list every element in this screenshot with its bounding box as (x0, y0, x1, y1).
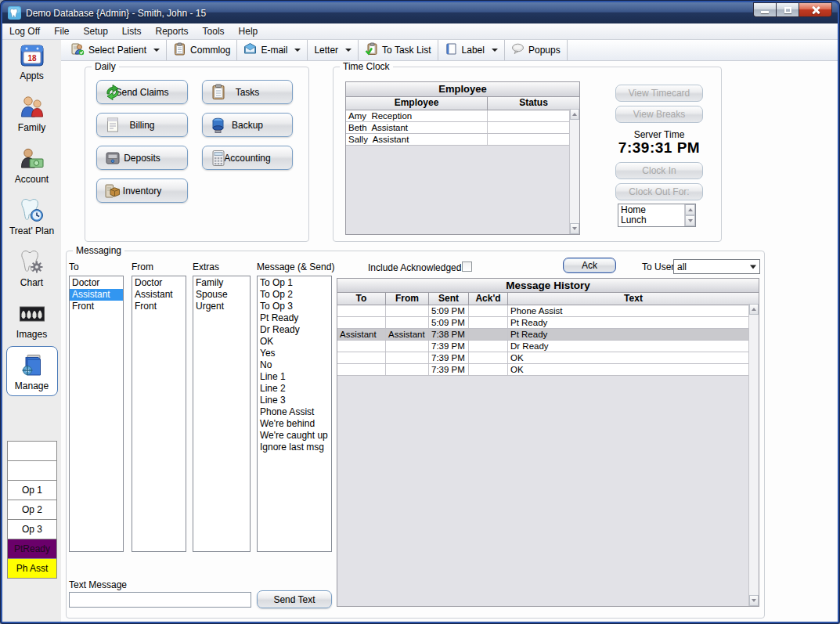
history-col-ackd[interactable]: Ack'd (469, 293, 508, 305)
to-option-doctor[interactable]: Doctor (70, 277, 123, 289)
message-option-to-op-1[interactable]: To Op 1 (258, 277, 331, 289)
to-option-front[interactable]: Front (70, 301, 123, 312)
history-row[interactable]: AssistantAssistant7:38 PMPt Ready (337, 329, 759, 341)
message-option-pt-ready[interactable]: Pt Ready (258, 312, 331, 324)
history-row[interactable]: 7:39 PMOK (337, 352, 759, 364)
to-option-assistant[interactable]: Assistant (70, 289, 123, 301)
deposits-button[interactable]: Deposits (96, 146, 188, 170)
extras-option-urgent[interactable]: Urgent (193, 301, 250, 312)
history-row[interactable]: 7:39 PMOK (337, 364, 759, 376)
extras-option-spouse[interactable]: Spouse (193, 289, 250, 301)
backup-button[interactable]: Backup (202, 113, 293, 137)
minimize-button[interactable] (753, 2, 776, 17)
text-message-input[interactable] (69, 592, 251, 608)
extras-option-family[interactable]: Family (193, 277, 250, 289)
toolbar-to-task-list-button[interactable]: To Task List (359, 40, 437, 60)
toolbar-popups-button[interactable]: Popups (505, 40, 567, 60)
sidebar-module-appts[interactable]: 18Appts (2, 42, 61, 81)
inventory-button[interactable]: Inventory (96, 179, 188, 203)
chevron-down-icon[interactable] (153, 49, 160, 52)
menu-item-help[interactable]: Help (232, 24, 265, 38)
menu-item-log-off[interactable]: Log Off (2, 24, 47, 38)
message-option-dr-ready[interactable]: Dr Ready (258, 324, 331, 336)
chevron-down-icon[interactable] (345, 49, 352, 52)
scroll-down-icon[interactable] (685, 215, 695, 226)
sidebar-module-treat-plan[interactable]: Treat' Plan (2, 197, 61, 236)
status-column-header[interactable]: Status (488, 97, 579, 110)
toolbar-commlog-button[interactable]: Commlog (167, 40, 236, 60)
toolbar-letter-button[interactable]: Letter (308, 40, 358, 60)
menu-item-lists[interactable]: Lists (115, 24, 149, 38)
to-user-dropdown[interactable]: all (673, 259, 760, 274)
sidebar-module-manage[interactable]: Manage (2, 352, 61, 391)
from-listbox[interactable]: DoctorAssistantFront (132, 276, 186, 552)
history-col-sent[interactable]: Sent (429, 293, 469, 305)
quick-item-op-1[interactable]: Op 1 (7, 480, 57, 500)
message-option-phone-assist[interactable]: Phone Assist (258, 406, 331, 418)
quick-item-empty[interactable] (7, 441, 57, 461)
menu-item-file[interactable]: File (47, 24, 76, 38)
quick-item-ptready[interactable]: PtReady (7, 539, 57, 559)
clock-out-for-button[interactable]: Clock Out For: (615, 183, 703, 200)
to-listbox[interactable]: DoctorAssistantFront (69, 276, 124, 552)
employee-column-header[interactable]: Employee (346, 97, 488, 110)
message-send-listbox[interactable]: To Op 1To Op 2To Op 3Pt ReadyDr ReadyOKY… (257, 276, 332, 552)
send-text-button[interactable]: Send Text (257, 590, 332, 608)
view-timecard-button[interactable]: View Timecard (615, 85, 703, 102)
message-option-we-re-caught-up[interactable]: We're caught up (258, 430, 331, 442)
message-option-yes[interactable]: Yes (258, 348, 331, 359)
sidebar-module-images[interactable]: Images (2, 301, 61, 340)
menu-item-reports[interactable]: Reports (149, 24, 196, 38)
send-claims-button[interactable]: Send Claims (96, 80, 188, 104)
quick-item-op-2[interactable]: Op 2 (7, 500, 57, 520)
chevron-down-icon[interactable] (294, 49, 301, 52)
scroll-up-icon[interactable] (685, 204, 695, 215)
history-row[interactable]: 5:09 PMPt Ready (337, 317, 759, 329)
message-option-to-op-3[interactable]: To Op 3 (258, 301, 331, 312)
clock-in-button[interactable]: Clock In (615, 162, 703, 179)
clock-out-option-lunch[interactable]: Lunch (618, 215, 684, 225)
history-scrollbar[interactable] (748, 304, 759, 606)
employee-row[interactable]: Amy Reception (346, 110, 579, 122)
message-option-line-1[interactable]: Line 1 (258, 371, 331, 383)
sidebar-module-chart[interactable]: Chart (2, 249, 61, 288)
from-option-front[interactable]: Front (132, 301, 186, 312)
maximize-button[interactable] (776, 2, 799, 17)
employee-row[interactable]: Sally Assistant (346, 134, 579, 146)
scroll-up-icon[interactable] (749, 304, 759, 315)
scroll-up-icon[interactable] (570, 109, 579, 120)
ack-button[interactable]: Ack (563, 258, 616, 273)
sidebar-module-account[interactable]: Account (2, 146, 61, 185)
menu-item-setup[interactable]: Setup (76, 24, 114, 38)
scroll-down-icon[interactable] (570, 223, 579, 234)
title-bar[interactable]: Demo Database {Admin} - Smith, John - 15 (2, 2, 838, 23)
quick-item-ph-asst[interactable]: Ph Asst (7, 558, 57, 579)
quick-item-op-3[interactable]: Op 3 (7, 519, 57, 539)
history-col-from[interactable]: From (386, 293, 429, 305)
toolbar-label-button[interactable]: Label (438, 40, 504, 60)
employee-row[interactable]: Beth Assistant (346, 122, 579, 134)
tasks-button[interactable]: Tasks (202, 80, 293, 104)
message-option-no[interactable]: No (258, 359, 331, 371)
close-button[interactable] (799, 2, 832, 17)
history-row[interactable]: 5:09 PMPhone Assist (337, 305, 759, 317)
message-option-line-2[interactable]: Line 2 (258, 383, 331, 395)
view-breaks-button[interactable]: View Breaks (615, 106, 703, 123)
toolbar-e-mail-button[interactable]: E-mail (237, 40, 307, 60)
billing-button[interactable]: Billing (96, 113, 188, 137)
menu-item-tools[interactable]: Tools (196, 24, 232, 38)
toolbar-select-patient-button[interactable]: Select Patient (65, 40, 166, 60)
history-col-to[interactable]: To (337, 293, 386, 305)
message-option-we-re-behind[interactable]: We're behind (258, 418, 331, 430)
employee-table-scrollbar[interactable] (569, 109, 579, 234)
history-row[interactable]: 7:39 PMDr Ready (337, 341, 759, 352)
scroll-down-icon[interactable] (749, 595, 759, 606)
message-option-ok[interactable]: OK (258, 336, 331, 348)
message-option-to-op-2[interactable]: To Op 2 (258, 289, 331, 301)
quick-item-empty[interactable] (7, 460, 57, 481)
history-col-text[interactable]: Text (508, 293, 759, 305)
include-acknowledged-checkbox[interactable] (462, 262, 472, 272)
message-option-line-3[interactable]: Line 3 (258, 395, 331, 406)
from-option-doctor[interactable]: Doctor (132, 277, 186, 289)
clock-out-scrollbar[interactable] (684, 204, 695, 226)
